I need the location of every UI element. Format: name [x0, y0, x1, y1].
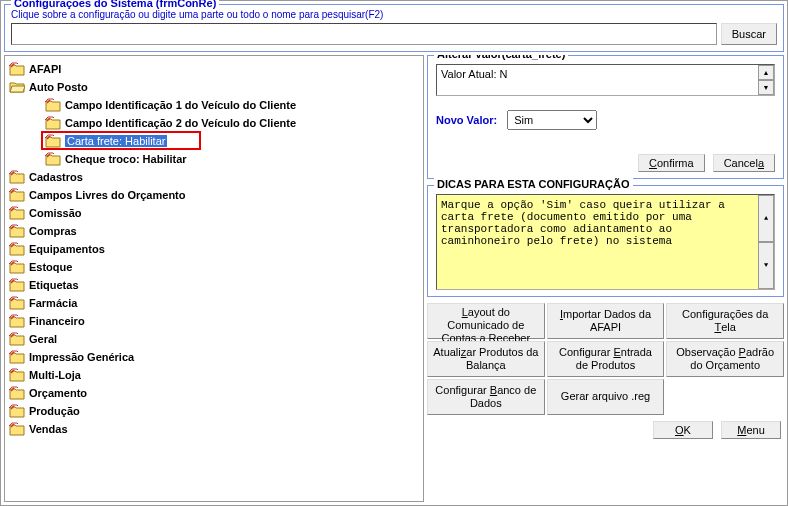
spinner-up-icon[interactable]: ▲	[758, 65, 774, 80]
cancela-button[interactable]: Cancela	[713, 154, 775, 172]
folder-open-icon	[9, 80, 25, 94]
folder-closed-icon	[9, 170, 25, 184]
tree-item[interactable]: Etiquetas	[7, 276, 421, 294]
tree-item[interactable]: Geral	[7, 330, 421, 348]
tree-item-label: Orçamento	[29, 387, 87, 399]
tree-item[interactable]: AFAPI	[7, 60, 421, 78]
tree-item[interactable]: Estoque	[7, 258, 421, 276]
tree-item[interactable]: Campo Identificação 2 do Veículo do Clie…	[7, 114, 421, 132]
observacao-orcamento-button[interactable]: Observação Padrão do Orçamento	[666, 341, 784, 377]
tree-item-label: Cadastros	[29, 171, 83, 183]
tree-item-label: Carta frete: Habilitar	[65, 135, 167, 147]
tree-item[interactable]: Compras	[7, 222, 421, 240]
folder-closed-icon	[9, 404, 25, 418]
folder-closed-icon	[45, 152, 61, 166]
folder-closed-icon	[9, 206, 25, 220]
folder-closed-icon	[45, 98, 61, 112]
tree-item-label: Produção	[29, 405, 80, 417]
tree-item-label: Geral	[29, 333, 57, 345]
tree-item-label: Cheque troco: Habilitar	[65, 153, 187, 165]
tree-item[interactable]: Cheque troco: Habilitar	[7, 150, 421, 168]
atualizar-balanca-button[interactable]: Atualizar Produtos da Balança	[427, 341, 545, 377]
folder-closed-icon	[9, 278, 25, 292]
tree-item-label: Farmácia	[29, 297, 77, 309]
folder-closed-icon	[45, 134, 61, 148]
config-banco-button[interactable]: Configurar Banco de Dados	[427, 379, 545, 415]
valor-atual-label: Valor Atual: N	[441, 68, 507, 80]
tree-item-label: Equipamentos	[29, 243, 105, 255]
alterar-valor-group: Alterar valor(carta_frete) Valor Atual: …	[427, 55, 784, 179]
alterar-legend: Alterar valor(carta_frete)	[434, 55, 568, 60]
config-tree[interactable]: AFAPIAuto PostoCampo Identificação 1 do …	[4, 55, 424, 502]
folder-closed-icon	[9, 62, 25, 76]
tree-item[interactable]: Cadastros	[7, 168, 421, 186]
tree-item-label: Multi-Loja	[29, 369, 81, 381]
search-button[interactable]: Buscar	[721, 23, 777, 45]
spinner-up-icon[interactable]: ▲	[758, 195, 774, 242]
tree-item[interactable]: Carta frete: Habilitar	[7, 132, 421, 150]
tree-item-label: Impressão Genérica	[29, 351, 134, 363]
search-hint: Clique sobre a configuração ou digite um…	[11, 9, 777, 20]
menu-button[interactable]: Menu	[721, 421, 781, 439]
tree-item[interactable]: Financeiro	[7, 312, 421, 330]
folder-closed-icon	[9, 224, 25, 238]
folder-closed-icon	[9, 386, 25, 400]
layout-comunicado-button[interactable]: Layout do Comunicado de Contas a Receber	[427, 303, 545, 339]
tree-item[interactable]: Auto Posto	[7, 78, 421, 96]
search-group: Configurações do Sistema (frmConRe) Cliq…	[4, 4, 784, 52]
search-input[interactable]	[11, 23, 717, 45]
gerar-reg-button[interactable]: Gerar arquivo .reg	[547, 379, 665, 415]
tree-item[interactable]: Multi-Loja	[7, 366, 421, 384]
tree-item[interactable]: Produção	[7, 402, 421, 420]
tree-item-label: Campo Identificação 2 do Veículo do Clie…	[65, 117, 296, 129]
dicas-spinner[interactable]: ▲ ▼	[758, 195, 774, 289]
folder-closed-icon	[9, 242, 25, 256]
config-tela-button[interactable]: Configurações da Tela	[666, 303, 784, 339]
tree-item[interactable]: Campo Identificação 1 do Veículo do Clie…	[7, 96, 421, 114]
folder-closed-icon	[9, 188, 25, 202]
folder-closed-icon	[9, 350, 25, 364]
config-entrada-button[interactable]: Configurar Entrada de Produtos	[547, 341, 665, 377]
tree-item-label: Estoque	[29, 261, 72, 273]
folder-closed-icon	[9, 368, 25, 382]
tree-item-label: Compras	[29, 225, 77, 237]
tree-item-label: Campos Livres do Orçamento	[29, 189, 186, 201]
spinner-down-icon[interactable]: ▼	[758, 242, 774, 289]
tree-item-label: Vendas	[29, 423, 68, 435]
action-button-grid: Layout do Comunicado de Contas a Receber…	[427, 303, 784, 415]
tree-item[interactable]: Farmácia	[7, 294, 421, 312]
tree-item[interactable]: Campos Livres do Orçamento	[7, 186, 421, 204]
tree-item-label: Campo Identificação 1 do Veículo do Clie…	[65, 99, 296, 111]
tree-item[interactable]: Vendas	[7, 420, 421, 438]
tree-item-label: Auto Posto	[29, 81, 88, 93]
tree-item-label: Comissão	[29, 207, 82, 219]
spinner-down-icon[interactable]: ▼	[758, 80, 774, 95]
folder-closed-icon	[9, 260, 25, 274]
confirma-button[interactable]: Confirma	[638, 154, 705, 172]
folder-closed-icon	[45, 116, 61, 130]
valor-spinner[interactable]: ▲ ▼	[758, 65, 774, 95]
folder-closed-icon	[9, 422, 25, 436]
ok-button[interactable]: OK	[653, 421, 713, 439]
tree-item[interactable]: Comissão	[7, 204, 421, 222]
tree-item[interactable]: Orçamento	[7, 384, 421, 402]
tree-item[interactable]: Equipamentos	[7, 240, 421, 258]
folder-closed-icon	[9, 296, 25, 310]
tree-item-label: Etiquetas	[29, 279, 79, 291]
folder-closed-icon	[9, 332, 25, 346]
importar-afapi-button[interactable]: Importar Dados da AFAPI	[547, 303, 665, 339]
dicas-textarea[interactable]: Marque a opção 'Sim' caso queira utiliza…	[436, 194, 775, 290]
novo-valor-select[interactable]: Sim	[507, 110, 597, 130]
tree-item-label: Financeiro	[29, 315, 85, 327]
novo-valor-label: Novo Valor:	[436, 114, 497, 126]
folder-closed-icon	[9, 314, 25, 328]
tree-item[interactable]: Impressão Genérica	[7, 348, 421, 366]
window-title: Configurações do Sistema (frmConRe)	[11, 0, 219, 9]
dicas-group: DICAS PARA ESTA CONFIGURAÇÃO Marque a op…	[427, 185, 784, 297]
tree-item-label: AFAPI	[29, 63, 61, 75]
valor-atual-box: Valor Atual: N ▲ ▼	[436, 64, 775, 96]
dicas-legend: DICAS PARA ESTA CONFIGURAÇÃO	[434, 178, 633, 190]
